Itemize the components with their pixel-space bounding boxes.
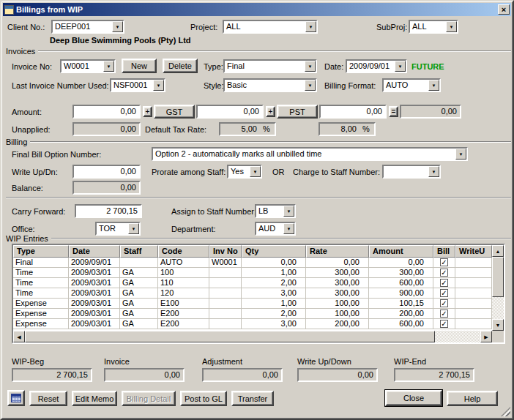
reset-button[interactable]: Reset xyxy=(29,391,67,406)
scroll-right-button[interactable]: ▶ xyxy=(480,331,492,342)
subproj-combobox[interactable]: ALL ▼ xyxy=(409,20,458,34)
bill-checkbox[interactable]: ✓ xyxy=(440,289,448,297)
final-bill-dropdown-button[interactable]: ▼ xyxy=(455,149,466,160)
client-no-dropdown-button[interactable]: ▼ xyxy=(112,21,123,32)
help-button[interactable]: Help xyxy=(447,391,498,406)
amount-input[interactable]: 0,00 xyxy=(72,105,141,119)
subproj-label: SubProj: xyxy=(376,23,407,31)
style-combobox[interactable]: Basic ▼ xyxy=(223,78,317,92)
invoice-no-dropdown-button[interactable]: ▼ xyxy=(103,61,114,72)
equals-button[interactable]: = xyxy=(389,106,398,117)
write-updn-input[interactable]: 0,00 xyxy=(72,165,141,179)
table-row[interactable]: Time2009/03/01GA1001,00300,00300,00✓ xyxy=(13,268,492,278)
column-header-code[interactable]: Code xyxy=(158,245,209,258)
cell-inv-no xyxy=(209,288,242,299)
column-header-inv-no[interactable]: Inv No xyxy=(209,245,242,258)
final-bill-option-combobox[interactable]: Option 2 - automatically marks all unbil… xyxy=(152,147,468,161)
bill-checkbox[interactable]: ✓ xyxy=(440,258,448,266)
plus-button-1[interactable]: + xyxy=(143,106,152,117)
new-button[interactable]: New xyxy=(122,59,157,73)
scroll-down-button[interactable]: ▼ xyxy=(492,319,504,331)
client-no-combobox[interactable]: DEEP001 ▼ xyxy=(51,20,124,34)
close-button-footer[interactable]: Close xyxy=(385,390,442,406)
charge-staff-value xyxy=(384,166,428,177)
project-dropdown-button[interactable]: ▼ xyxy=(305,21,316,32)
titlebar[interactable]: Billings from WIP × xyxy=(3,3,511,16)
column-header-qty[interactable]: Qty xyxy=(242,245,306,258)
last-invoice-combobox[interactable]: NSF0001 ▼ xyxy=(110,78,165,92)
type-combobox[interactable]: Final ▼ xyxy=(223,59,317,73)
bill-checkbox[interactable]: ✓ xyxy=(440,299,448,307)
cell-rate: 300,00 xyxy=(306,268,369,278)
pst-rate-field: 8,00 % xyxy=(319,122,376,136)
scroll-up-button[interactable]: ▲ xyxy=(492,245,504,257)
bill-checkbox[interactable]: ✓ xyxy=(440,279,448,287)
charge-staff-combobox[interactable]: ▼ xyxy=(382,165,441,179)
table-row[interactable]: Expense2009/03/01GAE1001,00100,00100,15✓ xyxy=(13,299,492,309)
table-row[interactable]: Time2009/03/01GA1203,00300,00900,00✓ xyxy=(13,288,492,299)
resize-grip[interactable] xyxy=(501,407,510,416)
cell-date: 2009/03/01 xyxy=(69,278,120,288)
column-header-writeup[interactable]: WriteU xyxy=(455,245,492,258)
cell-writeup xyxy=(455,288,492,299)
style-dropdown-button[interactable]: ▼ xyxy=(305,80,316,91)
summary-value-wip-beg: 2 700,15 xyxy=(12,368,92,382)
column-header-staff[interactable]: Staff xyxy=(120,245,158,258)
last-invoice-dropdown-button[interactable]: ▼ xyxy=(153,80,164,91)
department-value: AUD xyxy=(256,223,283,234)
subproj-dropdown-button[interactable]: ▼ xyxy=(446,21,457,32)
charge-staff-dropdown-button[interactable]: ▼ xyxy=(428,166,439,177)
post-to-gl-button[interactable]: Post to GL xyxy=(180,391,227,406)
assign-staff-dropdown-button[interactable]: ▼ xyxy=(283,206,294,217)
pst-button[interactable]: PST xyxy=(277,105,318,119)
type-dropdown-button[interactable]: ▼ xyxy=(305,61,316,72)
table-row[interactable]: Expense2009/03/01GAE2003,00200,00600,00✓ xyxy=(13,319,492,329)
table-row[interactable]: Time2009/03/01GA1102,00300,00600,00✓ xyxy=(13,278,492,288)
date-dropdown-button[interactable]: ▼ xyxy=(395,61,406,72)
close-button[interactable]: × xyxy=(498,4,510,15)
assign-staff-combobox[interactable]: LB ▼ xyxy=(255,204,296,218)
cell-type: Final xyxy=(13,258,69,268)
prorate-combobox[interactable]: Yes ▼ xyxy=(227,165,262,179)
summary-value-invoice: 0,00 xyxy=(104,368,185,382)
invoice-no-combobox[interactable]: W0001 ▼ xyxy=(60,59,116,73)
scroll-left-button[interactable]: ◀ xyxy=(13,331,25,342)
gst-button[interactable]: GST xyxy=(154,105,195,119)
delete-button[interactable]: Delete xyxy=(163,59,198,73)
office-dropdown-button[interactable]: ▼ xyxy=(128,223,139,234)
date-value: 2009/09/01 xyxy=(347,61,395,72)
department-dropdown-button[interactable]: ▼ xyxy=(283,223,294,234)
column-header-amount[interactable]: Amount xyxy=(369,245,433,258)
cell-bill: ✓ xyxy=(433,288,455,299)
calculator-button[interactable] xyxy=(7,390,25,406)
vertical-scrollbar[interactable]: ▲ ▼ xyxy=(492,245,504,331)
column-header-rate[interactable]: Rate xyxy=(306,245,369,258)
app-icon[interactable] xyxy=(4,5,14,15)
assign-staff-value: LB xyxy=(256,206,283,217)
bill-checkbox[interactable]: ✓ xyxy=(440,310,448,318)
bill-checkbox[interactable]: ✓ xyxy=(440,320,448,328)
bill-checkbox[interactable]: ✓ xyxy=(440,269,448,277)
date-combobox[interactable]: 2009/09/01 ▼ xyxy=(346,59,407,73)
horizontal-scrollbar[interactable]: ◀ ▶ xyxy=(13,331,492,342)
plus-button-2[interactable]: + xyxy=(266,106,275,117)
column-header-date[interactable]: Date xyxy=(69,245,120,258)
pst-input[interactable]: 0,00 xyxy=(319,105,387,119)
horizontal-scroll-thumb[interactable] xyxy=(25,331,435,342)
billing-format-dropdown-button[interactable]: ▼ xyxy=(428,80,439,91)
cell-qty: 1,00 xyxy=(242,299,306,309)
prorate-dropdown-button[interactable]: ▼ xyxy=(250,166,261,177)
project-combobox[interactable]: ALL ▼ xyxy=(223,20,318,34)
column-header-bill[interactable]: Bill xyxy=(433,245,455,258)
carry-forward-input[interactable]: 2 700,15 xyxy=(75,204,142,218)
edit-memo-button[interactable]: Edit Memo xyxy=(72,391,117,406)
column-header-type[interactable]: Type xyxy=(13,245,69,258)
cell-staff: GA xyxy=(120,309,158,319)
table-row[interactable]: Final2009/09/01AUTOW00010,000,000,00✓ xyxy=(13,258,492,268)
table-row[interactable]: Expense2009/03/01GAE2002,00100,00200,00✓ xyxy=(13,309,492,319)
billing-format-combobox[interactable]: AUTO ▼ xyxy=(382,78,441,92)
transfer-button[interactable]: Transfer xyxy=(231,391,274,406)
cell-type: Time xyxy=(13,278,69,288)
gst-input[interactable]: 0,00 xyxy=(196,105,264,119)
vertical-scroll-thumb[interactable] xyxy=(492,257,504,297)
